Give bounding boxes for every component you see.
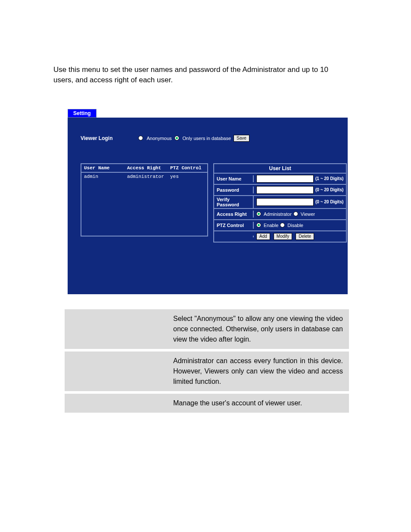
radio-ptz-disable-label: Disable: [287, 223, 303, 228]
radio-only-db-label: Only users in database: [183, 136, 231, 141]
radio-access-admin-label: Administrator: [264, 212, 292, 217]
desc-text: Administrator can access every function …: [167, 350, 349, 392]
setting-tab[interactable]: Setting: [68, 109, 97, 118]
verify-password-hint: (0 ~ 20 Digits): [315, 199, 343, 204]
verify-password-field-label: Verify Password: [214, 196, 254, 208]
radio-access-viewer[interactable]: [293, 212, 298, 216]
viewer-login-label: Viewer Login: [81, 135, 112, 141]
intro-text: Use this menu to set the user names and …: [53, 65, 349, 85]
table-row[interactable]: admin administrator yes: [84, 174, 205, 179]
user-list-title: User List: [214, 164, 346, 174]
user-list-form: User List User Name (1 ~ 20 Digits) Pass…: [213, 163, 347, 243]
add-button[interactable]: Add: [256, 233, 270, 240]
verify-password-input[interactable]: [256, 198, 314, 206]
user-name-hint: (1 ~ 20 Digits): [315, 176, 343, 181]
settings-panel: Viewer Login Anonymous Only users in dat…: [68, 118, 348, 294]
desc-row-add-modify-delete: Manage the user's account of viewer user…: [65, 392, 349, 414]
modify-button[interactable]: Modify: [274, 233, 292, 240]
users-table: User Name Access Right PTZ Control admin…: [81, 163, 208, 236]
buttons-row-spacer: [214, 236, 254, 237]
password-field-label: Password: [214, 187, 254, 193]
desc-row-access-right: Administrator can access every function …: [65, 350, 349, 392]
radio-anonymous-label: Anonymous: [146, 136, 171, 141]
user-name-input[interactable]: [256, 175, 314, 183]
desc-label: [65, 350, 167, 392]
desc-label: [65, 309, 167, 350]
col-user-name: User Name: [84, 165, 127, 171]
viewer-login-radio-group: Anonymous Only users in database Save: [138, 135, 249, 142]
cell-access: administrator: [127, 174, 170, 179]
access-right-field-label: Access Right: [214, 211, 254, 218]
desc-row-viewer-login: Select "Anonymous" to allow any one view…: [65, 309, 349, 350]
radio-access-viewer-label: Viewer: [301, 212, 315, 217]
col-access-right: Access Right: [127, 165, 170, 171]
desc-text: Manage the user's account of viewer user…: [167, 392, 349, 414]
radio-anonymous[interactable]: [138, 136, 143, 140]
description-table: Select "Anonymous" to allow any one view…: [65, 309, 349, 415]
radio-ptz-enable[interactable]: [256, 223, 261, 227]
desc-label: [65, 392, 167, 414]
save-button[interactable]: Save: [234, 135, 249, 142]
radio-only-db[interactable]: [174, 136, 179, 140]
cell-user: admin: [84, 174, 127, 179]
radio-access-admin[interactable]: [256, 212, 261, 216]
password-hint: (0 ~ 20 Digits): [315, 187, 343, 192]
radio-ptz-disable[interactable]: [280, 223, 285, 227]
col-ptz-control: PTZ Control: [170, 165, 205, 171]
user-name-field-label: User Name: [214, 175, 254, 182]
radio-ptz-enable-label: Enable: [264, 223, 278, 228]
ptz-control-field-label: PTZ Control: [214, 222, 254, 229]
cell-ptz: yes: [170, 174, 205, 179]
delete-button[interactable]: Delete: [296, 233, 314, 240]
password-input[interactable]: [256, 186, 314, 194]
desc-text: Select "Anonymous" to allow any one view…: [167, 309, 349, 350]
